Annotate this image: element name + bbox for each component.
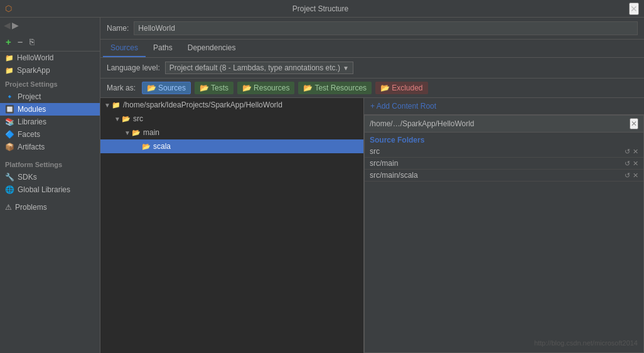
modules-icon: 🔲: [5, 105, 14, 114]
source-path-src-main-scala: src/main/scala: [370, 171, 625, 180]
main-folder-icon: 📂: [132, 129, 141, 137]
tab-dependencies[interactable]: Dependencies: [180, 40, 244, 57]
module-label: SparkApp: [17, 66, 50, 75]
tree-item-main[interactable]: ▼ 📂 main: [100, 126, 363, 139]
tree-scala-label: scala: [153, 142, 171, 151]
tree-toggle-root: ▼: [103, 102, 112, 109]
name-input[interactable]: [134, 21, 638, 35]
source-entry-src: src ↺ ✕: [365, 146, 643, 158]
source-panel-path: /home/…/SparkApp/HelloWorld: [370, 119, 475, 128]
source-actions-src-main-scala: ↺ ✕: [625, 171, 638, 180]
mark-resources-label: Resources: [254, 84, 289, 92]
language-level-select[interactable]: Project default (8 - Lambdas, type annot…: [165, 62, 353, 74]
mark-sources-label: Sources: [158, 84, 186, 92]
source-entry-src-main-scala: src/main/scala ↺ ✕: [365, 170, 643, 182]
tree-toggle-main: ▼: [123, 129, 132, 136]
project-settings-section: Project Settings 🔹 Project 🔲 Modules 📚 L…: [0, 78, 100, 153]
sidebar-toolbar: + − ⎘: [0, 33, 100, 52]
tree-panel: ▼ 📁 /home/spark/IdeaProjects/SparkApp/He…: [100, 98, 364, 353]
source-panel-header: /home/…/SparkApp/HelloWorld ✕: [365, 116, 643, 133]
sources-folder-icon: 📂: [147, 84, 156, 92]
tree-root-label: /home/spark/IdeaProjects/SparkApp/HelloW…: [123, 100, 282, 109]
tree-main-label: main: [143, 128, 159, 137]
tab-paths[interactable]: Paths: [146, 40, 180, 57]
platform-settings-label: Platform Settings: [0, 158, 100, 171]
add-button[interactable]: +: [4, 35, 13, 48]
tests-folder-icon: 📂: [200, 84, 209, 92]
sidebar-item-artifacts[interactable]: 📦 Artifacts: [0, 141, 100, 153]
mark-resources-button[interactable]: 📂 Resources: [237, 82, 294, 94]
forward-button[interactable]: ▶: [12, 20, 19, 30]
mark-sources-button[interactable]: 📂 Sources: [142, 82, 191, 94]
tree-item-src[interactable]: ▼ 📂 src: [100, 112, 363, 126]
artifacts-icon: 📦: [5, 143, 14, 151]
facets-icon: 🔷: [5, 130, 14, 139]
global-libraries-icon: 🌐: [5, 185, 14, 194]
sidebar-item-global-libraries[interactable]: 🌐 Global Libraries: [0, 183, 100, 196]
source-revert-src-main-scala-button[interactable]: ↺: [625, 171, 630, 180]
dialog-title: Project Structure: [12, 4, 629, 13]
global-libraries-label: Global Libraries: [18, 185, 70, 194]
libraries-label: Libraries: [18, 117, 46, 126]
tree-toggle-src: ▼: [113, 116, 122, 122]
libraries-icon: 📚: [5, 117, 14, 126]
platform-settings-section: Platform Settings 🔧 SDKs 🌐 Global Librar…: [0, 158, 100, 196]
source-panel-close-button[interactable]: ✕: [630, 118, 638, 129]
close-button[interactable]: ✕: [629, 3, 639, 15]
add-content-root-button[interactable]: + Add Content Root: [370, 102, 436, 111]
mark-tests-button[interactable]: 📂 Tests: [195, 82, 233, 94]
source-folders-label: Source Folders: [365, 133, 643, 146]
language-level-row: Language level: Project default (8 - Lam…: [100, 58, 644, 79]
tab-sources[interactable]: Sources: [103, 40, 146, 57]
source-actions-src-main: ↺ ✕: [625, 160, 638, 168]
scala-folder-icon: 📂: [142, 143, 151, 151]
sidebar: ◀ ▶ + − ⎘ 📁 HelloWorld 📁 SparkApp: [0, 18, 100, 353]
source-path-src-main: src/main: [370, 159, 625, 168]
mark-tests-label: Tests: [211, 84, 228, 92]
sidebar-item-project[interactable]: 🔹 Project: [0, 90, 100, 103]
name-row: Name:: [100, 18, 644, 40]
source-remove-src-button[interactable]: ✕: [633, 148, 638, 156]
info-panel: + Add Content Root /home/…/SparkApp/Hell…: [364, 98, 644, 353]
name-label: Name:: [107, 24, 129, 33]
add-content-root-row: + Add Content Root: [364, 98, 644, 115]
mark-excluded-button[interactable]: 📂 Excluded: [375, 82, 427, 94]
module-helloworld[interactable]: 📁 HelloWorld: [0, 52, 100, 64]
source-remove-src-main-button[interactable]: ✕: [633, 160, 638, 168]
module-icon: 📁: [5, 54, 14, 62]
copy-button[interactable]: ⎘: [28, 36, 36, 48]
sidebar-item-facets[interactable]: 🔷 Facets: [0, 128, 100, 141]
tree-item-scala[interactable]: 📂 scala: [100, 139, 363, 153]
source-revert-src-main-button[interactable]: ↺: [625, 160, 630, 168]
sdks-label: SDKs: [18, 173, 37, 182]
mark-as-row: Mark as: 📂 Sources 📂 Tests 📂 Resources 📂…: [100, 79, 644, 98]
source-path-src: src: [370, 147, 625, 156]
back-button[interactable]: ◀: [4, 20, 11, 30]
mark-excluded-label: Excluded: [392, 84, 422, 92]
right-panel: Name: Sources Paths Dependencies Languag…: [100, 18, 644, 353]
mark-test-resources-button[interactable]: 📂 Test Resources: [298, 82, 372, 94]
remove-button[interactable]: −: [16, 35, 25, 48]
mark-as-label: Mark as:: [107, 84, 136, 92]
project-icon: 🔹: [5, 92, 14, 101]
tree-item-root[interactable]: ▼ 📁 /home/spark/IdeaProjects/SparkApp/He…: [100, 98, 363, 112]
sidebar-item-libraries[interactable]: 📚 Libraries: [0, 116, 100, 128]
folder-icon: 📁: [112, 101, 121, 109]
tree-src-label: src: [133, 114, 143, 123]
modules-list: 📁 HelloWorld 📁 SparkApp: [0, 52, 100, 77]
project-label: Project: [18, 92, 41, 101]
module-label: HelloWorld: [17, 53, 53, 62]
sidebar-item-problems[interactable]: ⚠ Problems: [0, 201, 100, 214]
content-area: ▼ 📁 /home/spark/IdeaProjects/SparkApp/He…: [100, 98, 644, 353]
dropdown-arrow-icon: ▼: [343, 65, 349, 72]
sidebar-item-modules[interactable]: 🔲 Modules: [0, 103, 100, 116]
source-entry-src-main: src/main ↺ ✕: [365, 158, 643, 170]
module-sparkapp[interactable]: 📁 SparkApp: [0, 64, 100, 77]
source-revert-src-button[interactable]: ↺: [625, 148, 630, 156]
source-remove-src-main-scala-button[interactable]: ✕: [633, 171, 638, 180]
language-level-value: Project default (8 - Lambdas, type annot…: [169, 63, 340, 72]
project-settings-label: Project Settings: [0, 78, 100, 90]
source-folders-panel: /home/…/SparkApp/HelloWorld ✕ Source Fol…: [364, 115, 644, 353]
modules-label: Modules: [18, 105, 46, 114]
sidebar-item-sdks[interactable]: 🔧 SDKs: [0, 171, 100, 183]
